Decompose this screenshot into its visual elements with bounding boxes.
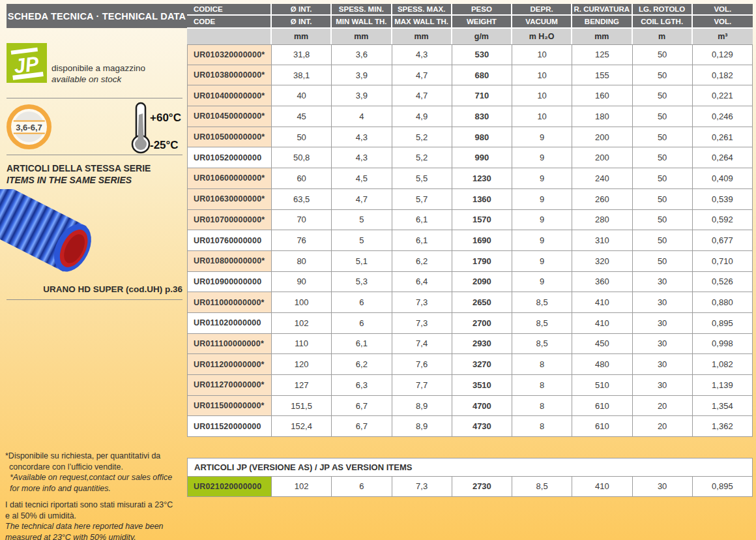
footnote-measure-en-1: The technical data here reported have be… bbox=[5, 521, 186, 532]
row-value: 9 bbox=[512, 127, 572, 148]
as-table-title: ARTICOLI JP (VERSIONE AS) / JP AS VERSIO… bbox=[187, 458, 753, 476]
table-row: UR010500000000*504,35,29809200500,261 bbox=[187, 127, 753, 148]
row-code: UR010380000000* bbox=[187, 65, 272, 86]
footnote-request-en-2: for more info and quantities. bbox=[5, 483, 186, 494]
hose-product-image bbox=[0, 189, 99, 284]
table-row: UR010380000000*38,13,94,768010155500,182 bbox=[187, 65, 753, 86]
availability-note-en: available on stock bbox=[51, 74, 145, 85]
row-value: 610 bbox=[572, 396, 632, 417]
unit-label-4: g/m bbox=[452, 27, 512, 44]
row-value: 2090 bbox=[452, 272, 512, 293]
col-header-it-4: PESO bbox=[452, 4, 512, 16]
row-value: 38,1 bbox=[272, 65, 332, 86]
jp-logo-icon: JP bbox=[7, 43, 47, 83]
row-value: 6,7 bbox=[332, 396, 392, 417]
table-row: UR011000000000*10067,326508,5410300,880 bbox=[187, 292, 753, 313]
row-value: 45 bbox=[272, 106, 332, 127]
col-header-en-5: VACUUM bbox=[512, 16, 572, 27]
row-code: UR010900000000 bbox=[187, 272, 272, 293]
row-value: 4,3 bbox=[332, 147, 392, 168]
row-value: 4730 bbox=[452, 416, 512, 437]
row-value: 20 bbox=[633, 416, 693, 437]
row-value: 5,3 bbox=[332, 272, 392, 293]
related-product-caption: URANO HD SUPER (cod.UH) p.36 bbox=[7, 284, 182, 294]
row-code: UR011500000000* bbox=[187, 396, 272, 417]
row-value: 8 bbox=[512, 416, 572, 437]
availability-note-it: disponibile a magazzino bbox=[51, 63, 145, 74]
row-value: 680 bbox=[452, 65, 512, 86]
row-value: 50 bbox=[633, 230, 693, 251]
row-value: 3510 bbox=[452, 375, 512, 396]
row-value: 8 bbox=[512, 375, 572, 396]
row-value: 480 bbox=[572, 354, 632, 375]
row-value: 50 bbox=[633, 251, 693, 272]
unit-label-3: mm bbox=[392, 27, 452, 44]
row-value: 0,895 bbox=[693, 313, 753, 334]
row-value: 70 bbox=[272, 210, 332, 231]
row-code: UR010600000000* bbox=[187, 168, 272, 189]
row-value: 510 bbox=[572, 375, 632, 396]
row-value: 31,8 bbox=[272, 44, 332, 65]
row-value: 100 bbox=[272, 292, 332, 313]
row-value: 5,2 bbox=[392, 127, 452, 148]
row-value: 120 bbox=[272, 354, 332, 375]
row-value: 1,139 bbox=[693, 375, 753, 396]
row-value: 1690 bbox=[452, 230, 512, 251]
row-value: 4 bbox=[332, 106, 392, 127]
row-code: UR010400000000* bbox=[187, 85, 272, 106]
divider bbox=[7, 155, 182, 155]
availability-note: disponibile a magazzino available on sto… bbox=[51, 63, 145, 85]
row-value: 160 bbox=[572, 85, 632, 106]
col-header-it-2: SPESS. MIN. bbox=[332, 4, 392, 16]
row-value: 8,5 bbox=[512, 334, 572, 355]
table-row: UR011100000000*1106,17,429308,5450300,99… bbox=[187, 334, 753, 355]
row-value: 4,3 bbox=[392, 44, 452, 65]
row-value: 200 bbox=[572, 127, 632, 148]
row-value: 7,7 bbox=[392, 375, 452, 396]
row-value: 76 bbox=[272, 230, 332, 251]
row-value: 6,2 bbox=[332, 354, 392, 375]
row-value: 2930 bbox=[452, 334, 512, 355]
row-value: 30 bbox=[633, 334, 693, 355]
unit-label-8: m³ bbox=[693, 27, 753, 44]
row-value: 8,5 bbox=[512, 313, 572, 334]
col-header-it-5: DEPR. bbox=[512, 4, 572, 16]
row-value: 3,9 bbox=[332, 65, 392, 86]
col-header-it-6: R. CURVATURA bbox=[572, 4, 632, 16]
as-row-value: 8,5 bbox=[512, 476, 572, 497]
col-header-en-0: CODE bbox=[187, 16, 272, 27]
col-header-it-0: CODICE bbox=[187, 4, 272, 16]
divider bbox=[7, 98, 182, 98]
row-value: 310 bbox=[572, 230, 632, 251]
row-value: 50 bbox=[633, 147, 693, 168]
row-value: 155 bbox=[572, 65, 632, 86]
row-value: 102 bbox=[272, 313, 332, 334]
row-value: 5,1 bbox=[332, 251, 392, 272]
col-header-en-2: MIN WALL TH. bbox=[332, 16, 392, 27]
as-row-value: 30 bbox=[633, 476, 693, 497]
jp-logo: JP bbox=[7, 43, 47, 83]
row-value: 9 bbox=[512, 272, 572, 293]
row-value: 260 bbox=[572, 189, 632, 210]
series-title-it: ARTICOLI DELLA STESSA SERIE bbox=[7, 163, 151, 175]
table-row: UR0107600000007656,116909310500,677 bbox=[187, 230, 753, 251]
footnote-request-it-2: concordare con l’ufficio vendite. bbox=[5, 462, 186, 473]
row-value: 5,5 bbox=[392, 168, 452, 189]
row-value: 125 bbox=[572, 44, 632, 65]
row-code: UR010500000000* bbox=[187, 127, 272, 148]
temp-max: +60°C bbox=[150, 104, 182, 132]
row-value: 2700 bbox=[452, 313, 512, 334]
table-row: UR010700000000*7056,115709280500,592 bbox=[187, 210, 753, 231]
row-code: UR011100000000* bbox=[187, 334, 272, 355]
row-code: UR010320000000* bbox=[187, 44, 272, 65]
row-value: 1,362 bbox=[693, 416, 753, 437]
row-value: 9 bbox=[512, 251, 572, 272]
row-value: 90 bbox=[272, 272, 332, 293]
row-value: 7,4 bbox=[392, 334, 452, 355]
col-header-it-3: SPESS. MAX. bbox=[392, 4, 452, 16]
row-value: 0,182 bbox=[693, 65, 753, 86]
row-value: 980 bbox=[452, 127, 512, 148]
as-table: ARTICOLI JP (VERSIONE AS) / JP AS VERSIO… bbox=[187, 458, 753, 497]
row-value: 10 bbox=[512, 65, 572, 86]
row-value: 6,2 bbox=[392, 251, 452, 272]
